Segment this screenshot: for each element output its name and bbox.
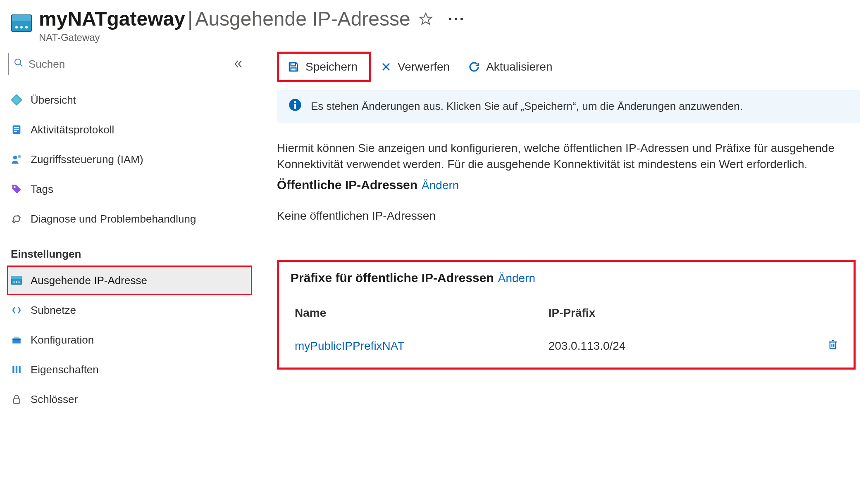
sidebar-item-label: Konfiguration	[31, 334, 94, 346]
svg-rect-29	[16, 366, 17, 373]
sidebar-item-label: Diagnose und Problembehandlung	[31, 213, 196, 225]
refresh-icon	[468, 61, 480, 73]
save-button-label: Speichern	[305, 60, 358, 74]
sidebar-item-label: Eigenschaften	[31, 363, 99, 376]
svg-rect-16	[14, 131, 17, 132]
svg-rect-26	[14, 337, 19, 338]
pending-changes-banner: Es stehen Änderungen aus. Klicken Sie au…	[277, 90, 860, 123]
resource-name: myNATgateway	[39, 7, 185, 30]
svg-rect-30	[19, 366, 20, 373]
nat-gateway-icon	[10, 274, 23, 287]
public-ip-prefix-section: Präfixe für öffentliche IP-Adressen Ände…	[277, 260, 856, 370]
svg-point-37	[294, 101, 296, 103]
discard-button-label: Verwerfen	[398, 60, 450, 74]
favorite-star-icon[interactable]	[419, 12, 433, 26]
svg-point-17	[13, 156, 17, 159]
subnets-icon	[10, 304, 23, 317]
collapse-sidebar-icon[interactable]	[232, 58, 244, 70]
refresh-button[interactable]: Aktualisieren	[459, 54, 561, 80]
page-description: Hiermit können Sie anzeigen und konfigur…	[277, 140, 843, 172]
svg-rect-21	[11, 276, 22, 279]
svg-rect-31	[13, 399, 19, 403]
sidebar-search[interactable]	[8, 53, 223, 75]
sidebar-section-settings: Einstellungen	[8, 234, 252, 266]
sidebar-item-overview[interactable]: Übersicht	[8, 85, 252, 115]
access-control-icon	[10, 153, 23, 166]
svg-point-5	[25, 26, 28, 28]
svg-point-18	[18, 155, 21, 158]
public-ip-change-link[interactable]: Ändern	[422, 179, 459, 192]
prefix-col-name: Name	[291, 301, 544, 329]
configuration-icon	[10, 333, 23, 346]
sidebar-item-label: Übersicht	[31, 94, 76, 107]
page-title: Ausgehende IP-Adresse	[195, 7, 410, 30]
sidebar-item-configuration[interactable]: Konfiguration	[8, 325, 252, 355]
info-message: Es stehen Änderungen aus. Klicken Sie au…	[311, 100, 743, 113]
svg-point-8	[455, 18, 457, 20]
svg-rect-38	[294, 104, 296, 109]
svg-point-3	[15, 26, 18, 28]
sidebar-item-label: Subnetze	[31, 304, 76, 317]
discard-button[interactable]: Verwerfen	[371, 54, 459, 80]
sidebar-item-properties[interactable]: Eigenschaften	[8, 355, 252, 384]
sidebar-item-tags[interactable]: Tags	[8, 174, 252, 204]
svg-line-11	[20, 64, 22, 66]
info-icon	[289, 98, 302, 114]
sidebar-item-label: Aktivitätsprotokoll	[31, 123, 114, 136]
search-icon	[14, 58, 24, 71]
command-bar: Speichern Verwerfen Aktualisieren	[277, 52, 860, 82]
diagnose-icon	[10, 212, 23, 225]
tags-icon	[10, 183, 23, 196]
sidebar-item-access-control[interactable]: Zugriffssteuerung (IAM)	[8, 145, 252, 174]
save-button[interactable]: Speichern	[277, 52, 371, 82]
sidebar-item-outbound-ip[interactable]: Ausgehende IP-Adresse	[7, 266, 252, 295]
sidebar-item-label: Zugriffssteuerung (IAM)	[31, 153, 143, 166]
prefix-name-link[interactable]: myPublicIPPrefixNAT	[295, 339, 405, 352]
overview-icon	[10, 93, 23, 107]
more-actions-icon[interactable]	[448, 16, 464, 22]
svg-rect-27	[12, 339, 21, 340]
svg-rect-1	[12, 15, 31, 21]
public-ip-empty-state: Keine öffentlichen IP-Adressen	[277, 209, 860, 223]
sidebar-item-subnets[interactable]: Subnetze	[8, 295, 252, 325]
svg-point-7	[449, 18, 451, 20]
svg-point-4	[20, 26, 23, 28]
svg-rect-28	[12, 366, 14, 373]
refresh-button-label: Aktualisieren	[486, 60, 552, 74]
resource-type-icon	[10, 12, 33, 35]
sidebar-search-input[interactable]	[29, 58, 218, 71]
properties-icon	[10, 363, 23, 376]
table-row: myPublicIPPrefixNAT 203.0.113.0/24	[291, 329, 842, 356]
save-icon	[287, 61, 300, 73]
close-icon	[380, 61, 392, 73]
svg-point-22	[13, 281, 15, 283]
prefix-change-link[interactable]: Ändern	[498, 272, 535, 285]
sidebar: Übersicht Aktivitätsprotokoll Zugriffsst…	[0, 53, 252, 479]
sidebar-item-diagnose[interactable]: Diagnose und Problembehandlung	[8, 204, 252, 234]
svg-rect-39	[830, 342, 836, 349]
sidebar-item-locks[interactable]: Schlösser	[8, 384, 252, 414]
svg-point-10	[15, 59, 21, 65]
title-separator: |	[188, 7, 193, 30]
svg-point-23	[16, 281, 17, 283]
main-content: Speichern Verwerfen Aktualisieren Es ste…	[252, 53, 868, 479]
activity-log-icon	[10, 123, 23, 136]
sidebar-item-label: Schlösser	[31, 393, 78, 406]
svg-marker-12	[12, 95, 22, 105]
svg-rect-32	[291, 63, 296, 66]
page-header: myNATgateway | Ausgehende IP-Adresse NAT…	[0, 0, 868, 53]
prefix-section-title: Präfixe für öffentliche IP-Adressen	[291, 271, 494, 285]
svg-rect-33	[291, 68, 296, 71]
svg-point-19	[14, 186, 16, 188]
resource-type-label: NAT-Gateway	[39, 32, 464, 43]
prefix-col-ip: IP-Präfix	[544, 301, 798, 329]
svg-rect-15	[14, 129, 19, 130]
svg-marker-6	[420, 13, 432, 24]
svg-rect-14	[14, 127, 19, 128]
svg-point-9	[460, 18, 463, 20]
lock-icon	[10, 393, 23, 406]
prefix-table: Name IP-Präfix myPublicIPPrefixNAT 203.0…	[291, 301, 842, 356]
sidebar-item-activity-log[interactable]: Aktivitätsprotokoll	[8, 115, 252, 145]
svg-point-24	[18, 281, 20, 283]
delete-icon[interactable]	[827, 338, 839, 351]
